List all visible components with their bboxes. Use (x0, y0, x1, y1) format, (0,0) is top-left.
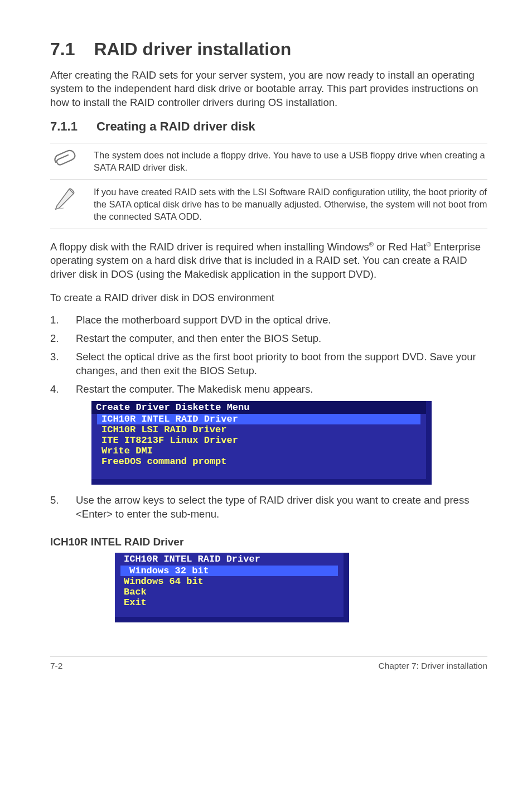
step-number: 3. (50, 350, 76, 378)
step-text: Place the motherboard support DVD in the… (76, 313, 487, 327)
note-text: If you have created RAID sets with the L… (94, 186, 487, 223)
steps-list-continued: 5.Use the arrow keys to select the type … (50, 494, 487, 521)
chapter-label: Chapter 7: Driver installation (378, 661, 487, 671)
menu-item: ITE IT8213F Linux Driver (91, 435, 426, 446)
ich10r-subheading: ICH10R INTEL RAID Driver (50, 536, 487, 548)
subsection-title-text: Creating a RAID driver disk (96, 119, 255, 133)
list-item: 2.Restart the computer, and then enter t… (50, 332, 487, 346)
note-lsi-boot-priority: If you have created RAID sets with the L… (50, 180, 487, 229)
registered-mark: ® (369, 241, 374, 248)
makedisk-menu: Create Driver Diskette Menu ICH10R INTEL… (91, 401, 432, 485)
menu-item: FreeDOS command prompt (91, 456, 426, 467)
list-item: 5.Use the arrow keys to select the type … (50, 494, 487, 521)
menu-item: Exit (115, 597, 344, 608)
menu-header: Create Driver Diskette Menu (91, 401, 426, 414)
text-segment: or Red Hat (374, 241, 427, 253)
menu-item: ICH10R LSI RAID Driver (91, 424, 426, 435)
floppy-required-paragraph: A floppy disk with the RAID driver is re… (50, 240, 487, 281)
ich10r-submenu: ICH10R INTEL RAID Driver Windows 32 bit … (115, 553, 349, 622)
subsection-heading: 7.1.1Creating a RAID driver disk (50, 119, 487, 134)
menu-item: Back (115, 587, 344, 597)
steps-list: 1.Place the motherboard support DVD in t… (50, 313, 487, 397)
section-title-text: RAID driver installation (94, 39, 291, 59)
step-text: Select the optical drive as the first bo… (76, 350, 487, 378)
menu-item: Windows 64 bit (115, 576, 344, 587)
registered-mark: ® (427, 241, 431, 248)
step-number: 1. (50, 313, 76, 327)
subsection-number: 7.1.1 (50, 119, 78, 134)
list-item: 4.Restart the computer. The Makedisk men… (50, 383, 487, 397)
paperclip-icon (50, 149, 80, 170)
step-number: 5. (50, 494, 76, 521)
step-number: 2. (50, 332, 76, 346)
note-usb-floppy: The system does not include a floppy dri… (50, 143, 487, 180)
menu-header: ICH10R INTEL RAID Driver (115, 553, 344, 566)
step-number: 4. (50, 383, 76, 397)
section-heading: 7.1RAID driver installation (50, 39, 487, 60)
list-item: 1.Place the motherboard support DVD in t… (50, 313, 487, 327)
section-number: 7.1 (50, 39, 75, 60)
page-footer: 7-2 Chapter 7: Driver installation (50, 656, 487, 671)
menu-item: Write DMI (91, 446, 426, 456)
dos-env-lead: To create a RAID driver disk in DOS envi… (50, 291, 487, 305)
step-text: Restart the computer, and then enter the… (76, 332, 487, 346)
page-number: 7-2 (50, 661, 62, 671)
text-segment: A floppy disk with the RAID driver is re… (50, 241, 369, 253)
note-text: The system does not include a floppy dri… (94, 149, 487, 174)
menu-item-selected: ICH10R INTEL RAID Driver (97, 414, 420, 424)
pencil-icon (50, 186, 80, 210)
step-text: Restart the computer. The Makedisk menu … (76, 383, 487, 397)
list-item: 3.Select the optical drive as the first … (50, 350, 487, 378)
step-text: Use the arrow keys to select the type of… (76, 494, 487, 521)
menu-item-selected: Windows 32 bit (120, 566, 338, 576)
intro-paragraph: After creating the RAID sets for your se… (50, 69, 487, 109)
